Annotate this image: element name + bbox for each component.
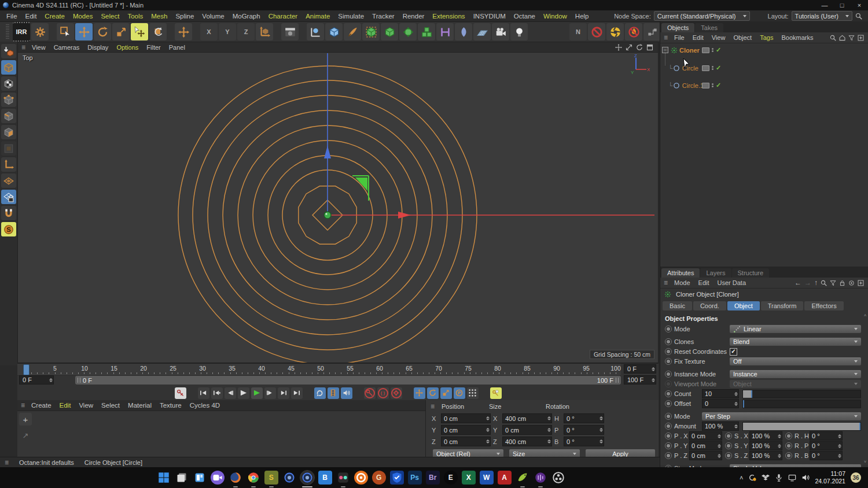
anim-dot[interactable] [725, 452, 732, 459]
mode-button[interactable] [1, 206, 16, 220]
forward-icon[interactable]: → [804, 279, 811, 287]
object-menu-item[interactable]: Object [729, 34, 756, 42]
size-field[interactable]: 0 cm [502, 425, 552, 435]
menu-item[interactable]: Help [571, 12, 593, 21]
dropbox-icon[interactable] [762, 474, 770, 482]
mode-button[interactable] [1, 125, 16, 139]
attribute-tab[interactable]: Effectors [804, 301, 843, 310]
toolbar-button[interactable] [256, 23, 273, 40]
toolbar-button[interactable] [418, 23, 435, 40]
taskbar-icon[interactable] [534, 471, 547, 485]
layer-toggle[interactable] [702, 47, 709, 53]
play-backward-button[interactable] [238, 387, 249, 399]
toolbar-button[interactable]: Z [237, 23, 255, 40]
keyframe-position-button[interactable] [414, 387, 425, 399]
toolbar-button[interactable]: Y [219, 23, 236, 40]
object-menu-item[interactable]: Edit [689, 34, 708, 42]
toolbar-button[interactable] [75, 23, 93, 40]
record-position-button[interactable] [364, 387, 376, 399]
rotation-step-field[interactable]: 0 ° [810, 451, 843, 460]
enable-check-icon[interactable]: ✓ [716, 82, 721, 89]
position-step-field[interactable]: 0 cm [689, 441, 722, 450]
position-field[interactable]: 0 cm [441, 413, 491, 423]
mode-button[interactable] [1, 173, 16, 188]
attribute-menu-item[interactable]: User Data [713, 279, 751, 287]
object-menu-item[interactable]: Bookmarks [777, 34, 817, 42]
toolbar-button[interactable] [325, 23, 343, 40]
target-icon[interactable] [848, 280, 855, 286]
layer-toggle[interactable] [702, 83, 709, 88]
taskbar-icon[interactable] [300, 471, 314, 485]
hamburger-icon[interactable]: ≡ [431, 402, 435, 411]
attributes-scrollbar[interactable]: ˄˅ [862, 312, 868, 465]
toolbar-button[interactable] [307, 23, 324, 40]
material-menu-item[interactable]: Edit [56, 401, 75, 410]
panel-tab[interactable]: Layers [700, 268, 731, 278]
panel-tab[interactable]: Objects [661, 23, 694, 32]
taskbar-icon[interactable] [282, 471, 296, 485]
display-icon[interactable] [788, 474, 796, 482]
taskbar-icon[interactable] [157, 471, 171, 485]
object-menu-item[interactable]: Tags [756, 34, 777, 42]
anim-dot[interactable] [665, 371, 672, 378]
add-material-button[interactable]: + [19, 413, 32, 426]
taskbar-icon[interactable] [193, 471, 207, 485]
menu-item[interactable]: Tools [123, 12, 147, 21]
scale-step-field[interactable]: 100 % [749, 441, 782, 450]
auto-key-button[interactable] [490, 387, 502, 399]
anim-dot[interactable] [785, 442, 792, 449]
anim-dot[interactable] [665, 326, 672, 332]
minimize-button[interactable]: — [816, 0, 833, 10]
toolbar-grip[interactable] [6, 24, 9, 39]
mode-button[interactable] [1, 76, 16, 91]
size-field[interactable]: 400 cm [502, 413, 552, 423]
mode-button[interactable] [1, 141, 16, 156]
scale-step-field[interactable]: 100 % [749, 431, 782, 441]
filter-icon[interactable] [830, 280, 836, 286]
viewport-menu-item[interactable]: Cameras [50, 43, 84, 51]
taskbar-icon[interactable]: A [498, 471, 512, 485]
hamburger-icon[interactable]: ≡ [5, 459, 9, 467]
tray-chevron-icon[interactable]: ˄ [740, 474, 743, 481]
taskbar-icon[interactable]: S [264, 471, 278, 485]
attribute-tab[interactable]: Coord. [693, 301, 726, 310]
toolbar-button[interactable] [131, 23, 148, 40]
toolbar-button[interactable] [362, 23, 380, 40]
menu-item[interactable]: INSYDIUM [469, 12, 510, 21]
layout-select[interactable]: Tutorials (User) [792, 11, 852, 21]
anim-dot[interactable] [665, 400, 672, 407]
sync-icon[interactable] [748, 474, 756, 482]
mode-button[interactable] [1, 109, 16, 123]
anim-dot[interactable] [785, 452, 792, 459]
toolbar-button[interactable] [473, 23, 491, 40]
menu-item[interactable]: Create [41, 12, 69, 21]
anim-dot[interactable] [725, 432, 732, 439]
taskbar-icon[interactable] [336, 471, 350, 485]
next-key-button[interactable] [278, 387, 289, 399]
keyframe-scale-button[interactable] [440, 387, 452, 399]
object-row-circle[interactable]: └ Circle ✓ [660, 64, 868, 72]
viewport-canvas[interactable]: Top Z X Y Grid Spacing : 50 cm [18, 52, 658, 363]
transform-mode-select[interactable]: Per Step [702, 412, 861, 420]
object-row-cloner[interactable]: – Cloner ✓ [660, 46, 868, 54]
taskbar-icon[interactable]: Ps [408, 471, 422, 485]
toolbar-button[interactable] [381, 23, 398, 40]
rotation-field[interactable]: 0 ° [564, 425, 604, 435]
record-key-button[interactable] [175, 387, 186, 399]
menu-item[interactable]: Render [399, 12, 429, 21]
mode-button[interactable] [1, 44, 16, 58]
toolbar-button[interactable] [436, 23, 454, 40]
menu-item[interactable]: Spline [171, 12, 198, 21]
material-menu-item[interactable]: View [75, 401, 97, 410]
play-forward-button[interactable] [251, 387, 263, 399]
taskbar-icon[interactable]: Br [426, 471, 440, 485]
close-button[interactable]: × [851, 0, 868, 10]
position-field[interactable]: 0 cm [441, 425, 491, 435]
position-field[interactable]: 0 cm [441, 437, 491, 446]
taskbar-icon[interactable] [247, 471, 260, 485]
toolbar-button[interactable] [281, 23, 299, 40]
menu-item[interactable]: Tracker [368, 12, 399, 21]
position-step-field[interactable]: 0 cm [689, 431, 722, 441]
toolbar-button[interactable] [94, 23, 111, 40]
attribute-tab[interactable]: Transform [761, 301, 804, 310]
